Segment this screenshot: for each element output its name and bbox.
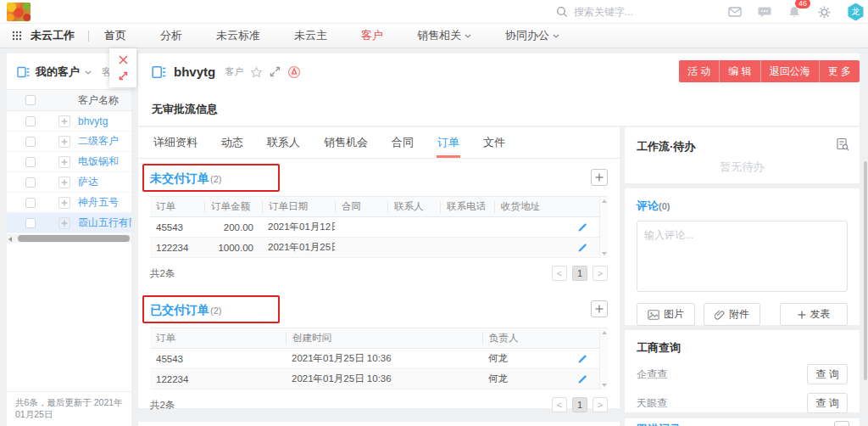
expand-plus-icon[interactable] — [58, 217, 70, 229]
tab-details[interactable]: 详细资料 — [142, 127, 209, 158]
scrollbar-thumb[interactable] — [18, 235, 130, 242]
customer-row[interactable]: 二级客户 — [7, 132, 131, 152]
edit-icon[interactable] — [577, 243, 587, 253]
table-scrollbar[interactable] — [599, 197, 608, 258]
customer-link[interactable]: 萨达 — [78, 175, 98, 189]
close-icon[interactable] — [118, 54, 129, 65]
page-scrollbar[interactable] — [864, 161, 867, 380]
tab-activity[interactable]: 动态 — [209, 127, 255, 158]
nav-item-customers[interactable]: 客户 — [361, 28, 383, 43]
apps-grid-icon[interactable] — [12, 31, 22, 41]
publish-button[interactable]: 发表 — [780, 303, 848, 326]
row-checkbox[interactable] — [25, 116, 36, 126]
row-checkbox[interactable] — [25, 177, 36, 188]
expand-plus-icon[interactable] — [58, 156, 70, 168]
scroll-down-arrow[interactable] — [602, 252, 607, 255]
workflow-search-icon[interactable] — [836, 137, 849, 151]
query-button[interactable]: 查 询 — [807, 393, 848, 413]
expand-plus-icon[interactable] — [58, 197, 70, 209]
row-checkbox[interactable] — [25, 137, 36, 147]
customer-link[interactable]: 霞山五行有限 — [78, 216, 131, 230]
nav-item-analysis[interactable]: 分析 — [160, 28, 182, 43]
global-search[interactable] — [555, 0, 701, 24]
scroll-left-arrow[interactable] — [8, 237, 12, 242]
activity-button[interactable]: 活 动 — [679, 60, 719, 82]
col-owner: 负责人 — [482, 332, 562, 345]
image-button[interactable]: 图片 — [637, 303, 695, 326]
horizontal-scrollbar[interactable] — [7, 234, 131, 243]
current-page[interactable]: 1 — [572, 397, 587, 412]
query-button[interactable]: 查 询 — [807, 364, 848, 384]
order-link[interactable]: 45543 — [150, 354, 286, 364]
customer-link[interactable]: bhvytg — [78, 115, 108, 127]
edit-icon[interactable] — [577, 374, 587, 384]
return-to-pool-button[interactable]: 退回公海 — [760, 60, 819, 82]
add-order-button[interactable] — [591, 300, 608, 317]
tab-orders[interactable]: 订单 — [426, 127, 471, 158]
row-checkbox[interactable] — [25, 218, 36, 228]
customer-link[interactable]: 神舟五号 — [78, 195, 119, 210]
comment-input[interactable] — [637, 221, 848, 292]
expand-icon[interactable] — [118, 70, 129, 81]
expand-plus-icon[interactable] — [58, 115, 70, 127]
search-input[interactable] — [574, 6, 701, 18]
edit-icon[interactable] — [577, 354, 587, 364]
order-link[interactable]: 122234 — [150, 243, 204, 253]
expand-plus-icon[interactable] — [58, 177, 70, 188]
add-button[interactable] — [834, 421, 849, 426]
nav-item-sales[interactable]: 销售相关 — [417, 28, 471, 43]
chevron-left-icon[interactable]: < — [552, 397, 567, 412]
customer-row-selected[interactable]: 霞山五行有限 — [7, 213, 131, 233]
seal-icon[interactable] — [287, 65, 301, 79]
scroll-up-arrow[interactable] — [602, 331, 607, 334]
chevron-right-icon[interactable]: > — [593, 266, 608, 281]
customer-row[interactable]: 电饭锅和 — [7, 152, 131, 172]
search-icon[interactable] — [555, 5, 569, 19]
customer-row[interactable]: 神舟五号 — [7, 193, 131, 213]
mail-icon[interactable] — [728, 5, 742, 19]
bell-icon[interactable]: 46 — [787, 5, 801, 19]
tab-files[interactable]: 文件 — [471, 127, 517, 158]
expand-plus-icon[interactable] — [58, 136, 70, 148]
order-link[interactable]: 122234 — [150, 374, 286, 384]
table-scrollbar[interactable] — [599, 328, 608, 390]
more-button[interactable]: 更 多 — [819, 60, 860, 82]
tab-contracts[interactable]: 合同 — [380, 127, 426, 158]
column-customer-name: 客户名称 — [78, 93, 119, 108]
chevron-down-icon[interactable] — [85, 70, 92, 75]
scrollbar-thumb[interactable] — [864, 161, 867, 380]
add-order-button[interactable] — [591, 169, 608, 186]
row-checkbox[interactable] — [25, 198, 36, 208]
chat-icon[interactable] — [758, 5, 771, 19]
scroll-up-arrow[interactable] — [602, 199, 607, 203]
scroll-down-arrow[interactable] — [602, 384, 607, 387]
nav-item-home[interactable]: 首页 — [104, 28, 126, 43]
current-page[interactable]: 1 — [572, 266, 587, 281]
chevron-left-icon[interactable]: < — [552, 266, 567, 281]
edit-icon[interactable] — [577, 222, 587, 233]
delivered-orders-footer: 共2条 < 1 > — [150, 395, 608, 415]
created-time: 2021年01月25日 10:36 — [286, 373, 482, 385]
tab-contacts[interactable]: 联系人 — [255, 127, 312, 158]
customer-link[interactable]: 二级客户 — [78, 134, 119, 149]
app-logo[interactable] — [7, 3, 31, 21]
order-link[interactable]: 45543 — [150, 222, 204, 233]
nav-item-collaboration[interactable]: 协同办公 — [505, 28, 559, 43]
nav-item-main[interactable]: 未云主 — [294, 28, 327, 43]
split-icon[interactable] — [270, 66, 281, 77]
attachment-button[interactable]: 附件 — [704, 303, 760, 326]
view-selector[interactable]: 我的客户 — [36, 64, 80, 80]
gear-icon[interactable] — [817, 5, 831, 19]
nav-item-standard[interactable]: 未云标准 — [216, 28, 260, 43]
workspace-title[interactable]: 未云工作 — [31, 28, 75, 43]
user-avatar[interactable]: 龙 — [847, 3, 865, 21]
edit-button[interactable]: 编 辑 — [719, 60, 760, 82]
customer-link[interactable]: 电饭锅和 — [78, 154, 119, 169]
tab-opportunities[interactable]: 销售机会 — [312, 127, 380, 158]
select-all-checkbox[interactable] — [25, 95, 36, 105]
chevron-right-icon[interactable]: > — [593, 397, 608, 412]
customer-row[interactable]: 萨达 — [7, 172, 131, 193]
row-checkbox[interactable] — [25, 157, 36, 167]
star-icon[interactable] — [250, 66, 263, 78]
customer-row[interactable]: bhvytg — [7, 111, 131, 132]
